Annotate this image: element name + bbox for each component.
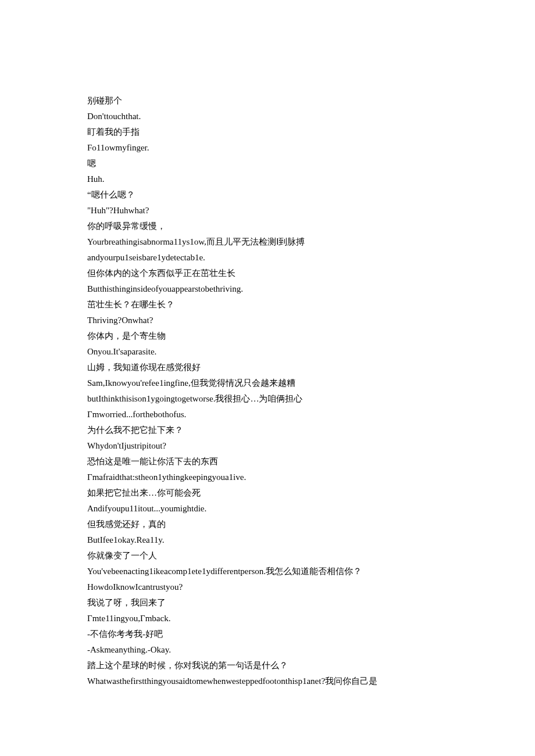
text-line: Γmafraidthat:stheon1ythingkeepingyoua1iv…: [87, 470, 448, 485]
text-line: Sam,Iknowyou'refee1ingfine,但我觉得情况只会越来越糟: [87, 375, 448, 391]
text-line: Whydon'tIjustripitout?: [87, 438, 448, 454]
text-line: 为什么我不把它扯下来？: [87, 422, 448, 438]
text-line: 盯着我的手指: [87, 124, 448, 140]
text-line: 如果把它扯出来…你可能会死: [87, 485, 448, 501]
text-line: Butthisthinginsideofyouappearstobethrivi…: [87, 281, 448, 297]
text-line: Whatwasthefirstthingyousaidtomewhenweste…: [87, 673, 448, 689]
text-line: HowdoIknowIcantrustyou?: [87, 579, 448, 595]
text-line: ButIfee1okay.Rea11y.: [87, 532, 448, 548]
text-line: Andifyoupu11itout...youmightdie.: [87, 501, 448, 517]
text-line: Huh.: [87, 171, 448, 187]
text-line: butIthinkthisison1ygoingtogetworse.我很担心……: [87, 391, 448, 407]
text-line: 但你体内的这个东西似乎正在茁壮生长: [87, 266, 448, 281]
text-line: 嗯: [87, 156, 448, 171]
text-line: 你的呼吸异常缓慢，: [87, 218, 448, 234]
text-line: 别碰那个: [87, 93, 448, 109]
text-line: 踏上这个星球的时候，你对我说的第一句话是什么？: [87, 658, 448, 673]
text-line: “嗯什么嗯？: [87, 187, 448, 203]
text-line: 你就像变了一个人: [87, 548, 448, 564]
document-page: 别碰那个Don'ttouchthat.盯着我的手指Fo11owmyfinger.…: [0, 0, 535, 747]
text-line: "Huh"?Huhwhat?: [87, 203, 448, 218]
text-line: Thriving?Onwhat?: [87, 313, 448, 328]
text-line: 但我感觉还好，真的: [87, 517, 448, 532]
text-line: Γmworried...forthebothofus.: [87, 407, 448, 422]
text-line: Yourbreathingisabnorma11ys1ow,而且儿平无法检测Ⅰ到…: [87, 234, 448, 250]
text-line: Fo11owmyfinger.: [87, 140, 448, 156]
text-line: -不信你考考我-好吧: [87, 626, 448, 642]
text-line: andyourpu1seisbare1ydetectab1e.: [87, 250, 448, 266]
text-line: You'vebeenacting1ikeacomp1ete1ydifferent…: [87, 564, 448, 579]
text-line: Onyou.It'saparasite.: [87, 344, 448, 360]
text-line: -Askmeanything.-Okay.: [87, 642, 448, 658]
text-line: Γmte11ingyou,Γmback.: [87, 611, 448, 626]
text-line: 恐怕这是唯一能让你活下去的东西: [87, 454, 448, 470]
text-line: 你体内，是个寄生物: [87, 328, 448, 344]
document-body: 别碰那个Don'ttouchthat.盯着我的手指Fo11owmyfinger.…: [87, 93, 448, 689]
text-line: 山姆，我知道你现在感觉很好: [87, 360, 448, 375]
text-line: 茁壮生长？在哪生长？: [87, 297, 448, 313]
text-line: Don'ttouchthat.: [87, 109, 448, 124]
text-line: 我说了呀，我回来了: [87, 595, 448, 611]
